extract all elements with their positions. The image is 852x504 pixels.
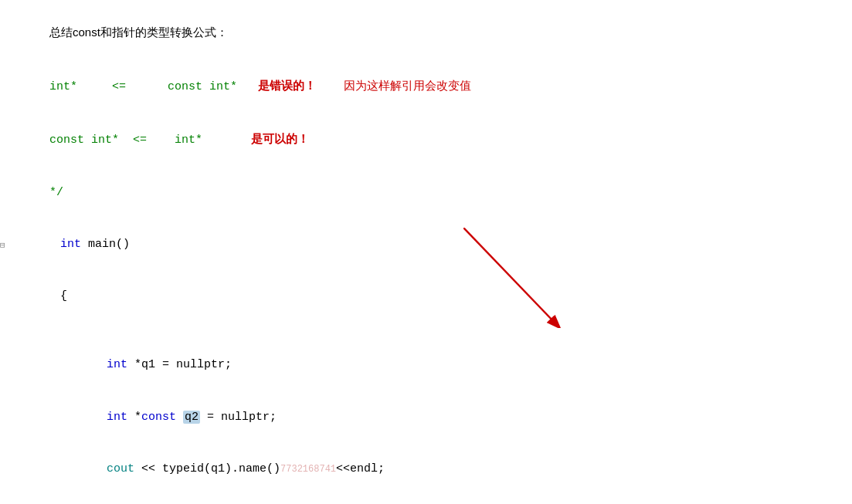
header-text: 总结const和指针的类型转换公式： xyxy=(8,7,228,59)
line-rule1: int* <= const int* 是错误的！ 因为这样解引用会改变值 xyxy=(0,59,852,113)
typeid1-content: cout << typeid(q1).name()7732168741<<end… xyxy=(8,444,385,494)
fold-indicator: ⊟ xyxy=(0,239,5,249)
line-brace-open: { xyxy=(0,270,852,322)
header-label: 总结const和指针的类型转换公式： xyxy=(49,25,228,39)
q2-rest: = nullptr; xyxy=(200,411,277,424)
rule1-int-star: int* xyxy=(49,80,77,93)
rule1-content: int* <= const int* 是错误的！ 因为这样解引用会改变值 xyxy=(8,60,471,112)
q2-space xyxy=(176,411,183,424)
main-func-content: int main() xyxy=(8,219,130,269)
rule1-error: 是错误的！ xyxy=(258,79,316,92)
q1-rest: *q1 = nullptr; xyxy=(127,358,232,371)
typeid1-rest1: << typeid(q1).name() xyxy=(134,462,280,475)
q2-content: int *const q2 = nullptr; xyxy=(8,392,277,442)
line-main: ⊟ int main() xyxy=(0,218,852,270)
line-empty1 xyxy=(0,323,852,340)
comment-close-star: */ xyxy=(49,186,63,199)
brace-open: { xyxy=(60,289,67,303)
line-q2: int *const q2 = nullptr; xyxy=(0,391,852,443)
comment-close-text: */ xyxy=(8,167,63,218)
line-comment-close: */ xyxy=(0,167,852,218)
q1-int: int xyxy=(107,358,127,371)
typeid2-content: cout << typeid(q2).name() << endl; xyxy=(8,496,343,504)
line-header: 总结const和指针的类型转换公式： xyxy=(0,6,852,59)
rule2-code: const int* <= int* xyxy=(49,134,202,147)
editor-container: 总结const和指针的类型转换公式： int* <= const int* 是错… xyxy=(0,0,852,504)
watermark-text: 7732168741 xyxy=(280,464,336,475)
typeid1-rest2: <<endl; xyxy=(336,462,385,475)
rule1-le: <= xyxy=(77,80,168,93)
rule1-spacer xyxy=(316,80,344,93)
q2-int: int xyxy=(107,411,127,424)
rule1-const-int-star: const int* xyxy=(168,80,237,93)
q1-content: int *q1 = nullptr; xyxy=(8,340,232,391)
keyword-int: int xyxy=(60,238,81,251)
rule1-space xyxy=(237,80,258,93)
main-name: main() xyxy=(81,238,130,251)
line-typeid1: cout << typeid(q1).name()7732168741<<end… xyxy=(0,443,852,495)
rule2-content: const int* <= int* 是可以的！ xyxy=(8,114,309,166)
q2-name: q2 xyxy=(183,411,200,424)
rule1-reason: 因为这样解引用会改变值 xyxy=(344,79,471,92)
q2-const: const xyxy=(141,411,176,424)
rule2-ok: 是可以的！ xyxy=(251,132,309,145)
line-q1: int *q1 = nullptr; xyxy=(0,340,852,391)
line-rule2: const int* <= int* 是可以的！ xyxy=(0,113,852,167)
brace-open-text: { xyxy=(8,271,67,321)
line-typeid2: cout << typeid(q2).name() << endl; xyxy=(0,495,852,504)
typeid1-cout: cout xyxy=(107,462,134,475)
rule2-spacer xyxy=(202,134,251,147)
q2-star: * xyxy=(127,411,141,424)
